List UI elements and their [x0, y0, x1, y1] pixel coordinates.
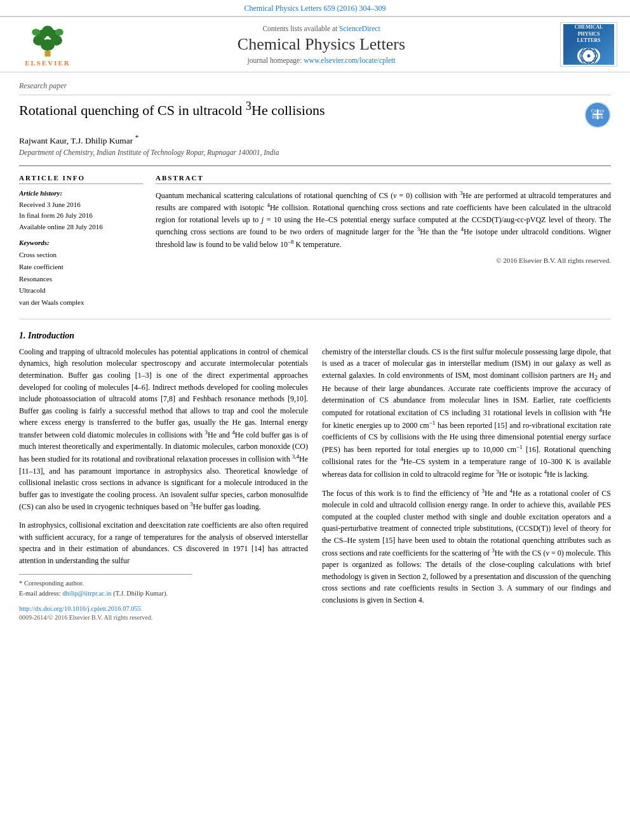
- article-title: Rotational quenching of CS in ultracold …: [19, 99, 578, 120]
- section-1-title: 1. Introduction: [19, 331, 611, 341]
- sciencedirect-link[interactable]: ScienceDirect: [339, 25, 380, 32]
- svg-point-7: [32, 29, 40, 36]
- abstract-text: Quantum mechanical scattering calculatio…: [156, 189, 611, 251]
- keyword-resonances: Resonances: [19, 273, 143, 285]
- section-number: 1. Introduction: [19, 331, 74, 340]
- abstract-section: ABSTRACT Quantum mechanical scattering c…: [156, 174, 611, 309]
- authors: Rajwant Kaur, T.J. Dhilip Kumar *: [19, 133, 611, 146]
- doi-link-area: http://dx.doi.org/10.1016/j.cplett.2016.…: [19, 605, 308, 612]
- paper-type: Research paper: [19, 81, 611, 91]
- body-col-right: chemistry of the interstellar clouds. CS…: [322, 346, 611, 621]
- intro-para-4: The focus of this work is to find the ef…: [322, 487, 611, 606]
- journal-title: Chemical Physics Letters: [89, 35, 554, 54]
- divider-2: [19, 165, 611, 166]
- journal-citation-bar: Chemical Physics Letters 659 (2016) 304–…: [0, 0, 630, 16]
- journal-logo-text: CHEMICAL PHYSICS LETTERS: [566, 24, 612, 44]
- doi-link[interactable]: http://dx.doi.org/10.1016/j.cplett.2016.…: [19, 605, 141, 612]
- contents-availability: Contents lists available at ScienceDirec…: [89, 25, 554, 32]
- keyword-ultracold: Ultracold: [19, 284, 143, 297]
- journal-logo-image: CHEMICAL PHYSICS LETTERS: [563, 24, 614, 65]
- keyword-cross-section: Cross section: [19, 249, 143, 261]
- journal-citation: Chemical Physics Letters 659 (2016) 304–…: [245, 4, 386, 13]
- article-info-abstract-section: ARTICLE INFO Article history: Received 3…: [19, 174, 611, 309]
- divider-3: [19, 319, 611, 319]
- abstract-header: ABSTRACT: [156, 174, 611, 184]
- body-col-left: Cooling and trapping of ultracold molecu…: [19, 346, 308, 621]
- svg-point-6: [42, 25, 53, 36]
- intro-para-2: In astrophysics, collisional excitation …: [19, 519, 308, 566]
- elsevier-tree-icon: [25, 23, 70, 58]
- svg-point-12: [587, 54, 591, 57]
- article-info-header: ARTICLE INFO: [19, 174, 143, 184]
- divider-1: [19, 95, 611, 95]
- intro-para-1: Cooling and trapping of ultracold molecu…: [19, 346, 308, 513]
- svg-rect-0: [44, 51, 50, 57]
- journal-homepage: journal homepage: www.elsevier.com/locat…: [89, 57, 554, 64]
- footnote-divider: [19, 574, 192, 575]
- svg-point-8: [55, 29, 64, 36]
- email-note: E-mail address: dhilip@iitrpr.ac.in (T.J…: [19, 589, 308, 599]
- available-online-date: Available online 28 July 2016: [19, 222, 143, 233]
- elsevier-wordmark: ELSEVIER: [25, 59, 70, 67]
- keyword-van-der-waals: van der Waals complex: [19, 297, 143, 309]
- received-date: Received 3 June 2016: [19, 199, 143, 211]
- keyword-rate-coefficient: Rate coefficient: [19, 261, 143, 273]
- journal-header-center: Contents lists available at ScienceDirec…: [89, 25, 554, 64]
- keywords-label: Keywords:: [19, 239, 143, 246]
- email-link[interactable]: dhilip@iitrpr.ac.in: [62, 590, 111, 597]
- article-title-row: Rotational quenching of CS in ultracold …: [19, 99, 611, 128]
- corresponding-author-note: * Corresponding author.: [19, 578, 308, 589]
- intro-para-3: chemistry of the interstellar clouds. CS…: [322, 346, 611, 481]
- affiliation: Department of Chemistry, Indian Institut…: [19, 149, 611, 156]
- elsevier-logo: ELSEVIER: [25, 23, 70, 67]
- copyright-abstract: © 2016 Elsevier B.V. All rights reserved…: [156, 257, 611, 264]
- body-columns: Cooling and trapping of ultracold molecu…: [19, 346, 611, 621]
- article-info: ARTICLE INFO Article history: Received 3…: [19, 174, 143, 309]
- journal-header: ELSEVIER Contents lists available at Sci…: [0, 16, 630, 72]
- main-content: Research paper Rotational quenching of C…: [0, 81, 630, 634]
- elsevier-logo-area: ELSEVIER: [13, 23, 83, 67]
- journal-logo: CHEMICAL PHYSICS LETTERS: [560, 22, 617, 67]
- journal-homepage-link[interactable]: www.elsevier.com/locate/cplett: [304, 57, 395, 64]
- crossmark-logo: Cross Mark: [584, 102, 611, 128]
- intro-section: 1. Introduction Cooling and trapping of …: [19, 331, 611, 621]
- final-form-date: In final form 26 July 2016: [19, 210, 143, 222]
- footer-copyright: 0009-2614/© 2016 Elsevier B.V. All right…: [19, 614, 308, 621]
- history-label: Article history:: [19, 189, 143, 197]
